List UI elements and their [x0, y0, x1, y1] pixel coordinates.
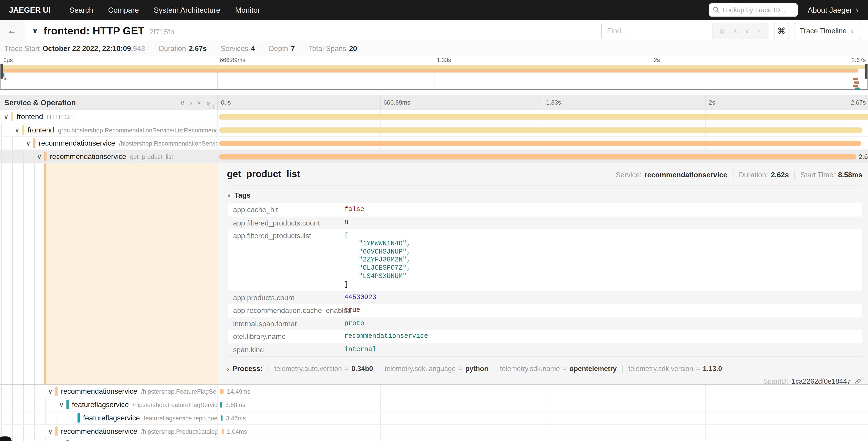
collapse-all-icon[interactable]: » [196, 100, 203, 105]
trace-services: Services 4 [213, 45, 261, 53]
focus-match-icon[interactable]: ◎ [720, 27, 726, 35]
nav-item-monitor[interactable]: Monitor [235, 6, 260, 14]
span-id-value: 1ca2262df0e18447 [792, 378, 851, 384]
minimap-drag-handle-right[interactable] [865, 64, 868, 79]
span-row-featureflagservice-get[interactable]: ∨ featureflagservice /hipstershop.Featur… [0, 398, 868, 412]
chevron-down-icon[interactable]: ∨ [36, 153, 42, 159]
clear-find-icon[interactable]: × [757, 27, 761, 35]
next-match-icon[interactable]: ∨ [745, 27, 750, 35]
span-name-cell[interactable]: ∨ frontend grpc.hipstershop.Recommendati… [0, 124, 217, 136]
detail-name-column-fill [46, 164, 218, 384]
tag-value: false [341, 203, 368, 215]
back-button[interactable]: ← [0, 20, 25, 41]
span-color-accent [56, 427, 58, 436]
column-resizer[interactable]: ❘❘ [207, 104, 216, 109]
trace-header: ← ∨ frontend: HTTP GET 2f715fb ◎ ∧ ∨ × ⌘… [0, 20, 868, 42]
span-row-get-product-list-selected[interactable]: ∨ recommendationservice get_product_list… [0, 150, 868, 164]
trace-id-input[interactable] [722, 6, 794, 14]
span-row-featureflag-parent[interactable]: ∨ recommendationservice /hipstershop.Fea… [0, 385, 868, 398]
deep-link-icon[interactable] [854, 378, 862, 384]
minimap-tick: 666.89ms [220, 57, 245, 63]
span-row-frontend-http-get[interactable]: ∨ frontend HTTP GET [0, 110, 868, 124]
span-timeline-cell[interactable]: 3.68ms [217, 398, 868, 411]
keyboard-shortcuts-button[interactable]: ⌘ [774, 22, 789, 39]
span-duration-label: 3.68ms [225, 402, 245, 408]
span-duration-bar[interactable] [219, 154, 857, 159]
chevron-down-icon[interactable]: ∨ [59, 401, 64, 408]
span-row-featureflagservice-repo-query[interactable]: featureflagservice featureflagservice.re… [0, 412, 868, 425]
chevron-down-icon[interactable]: ∨ [48, 428, 53, 435]
minimap-span-band [853, 85, 858, 87]
span-color-accent [66, 400, 69, 409]
span-timeline-cell[interactable]: 3.47ms [217, 412, 868, 424]
span-timeline-cell[interactable] [217, 124, 868, 136]
span-color-accent [22, 125, 25, 135]
chevron-right-icon[interactable]: › [227, 365, 229, 372]
nav-item-search[interactable]: Search [69, 6, 93, 14]
span-name-cell[interactable]: ∨ frontend HTTP GET [0, 110, 217, 123]
span-name-cell[interactable]: featureflagservice featureflagservice.re… [0, 412, 217, 424]
minimap-span-band [853, 78, 858, 80]
span-row-productcatalog[interactable]: ∨ recommendationservice /hipstershop.Pro… [0, 425, 868, 438]
span-operation: HTTP GET [47, 113, 77, 120]
minimap-axis: 0μs 666.89ms 1.33s 2s 2.67s [0, 56, 868, 64]
chevron-down-icon[interactable]: ∨ [14, 126, 20, 133]
trace-start: Trace Start October 22 2022, 22:10:09.54… [4, 45, 152, 53]
span-name-cell[interactable]: ∨ recommendationservice /hipstershop.Fea… [0, 385, 217, 398]
span-name-cell[interactable]: ∨ recommendationservice /hipstershop.Pro… [0, 425, 217, 437]
expand-one-icon[interactable]: › [190, 99, 192, 106]
span-row-frontend-grpc[interactable]: ∨ frontend grpc.hipstershop.Recommendati… [0, 124, 868, 137]
span-name-cell[interactable] [0, 438, 217, 441]
span-timeline-cell[interactable]: 2.62s [217, 150, 868, 163]
app-logo[interactable]: JAEGER UI [9, 5, 51, 14]
minimap-drag-handle-left[interactable] [0, 64, 3, 79]
span-duration-bar[interactable] [219, 114, 868, 120]
process-toggle[interactable]: Process: [232, 364, 263, 373]
detail-header: get_product_list Service:recommendations… [227, 169, 863, 180]
span-name-cell[interactable]: ∨ recommendationservice get_product_list [0, 150, 217, 163]
chevron-down-icon[interactable]: ∨ [26, 140, 31, 146]
chevron-down-icon[interactable]: ∨ [3, 113, 9, 120]
tag-value: 44530923 [341, 291, 379, 303]
about-jaeger-menu[interactable]: About Jaeger ∨ [808, 6, 859, 14]
span-timeline-cell[interactable]: 14.49ms [217, 385, 868, 398]
chevron-down-icon[interactable]: ∨ [48, 388, 53, 394]
span-row-recommendation-list[interactable]: ∨ recommendationservice /hipstershop.Rec… [0, 137, 868, 150]
tag-key: app.filtered_products.count [227, 216, 341, 229]
span-duration-bar[interactable] [219, 141, 862, 146]
span-duration-bar[interactable] [221, 415, 222, 421]
trace-collapse-chevron-icon[interactable]: ∨ [32, 27, 38, 35]
collapse-one-icon[interactable]: ∨ [180, 99, 185, 106]
detail-indent-guides [0, 164, 44, 384]
trace-title: frontend: HTTP GET [43, 25, 144, 37]
tags-section-title: Tags [235, 191, 251, 200]
span-duration-bar[interactable] [219, 127, 863, 133]
tag-row: app.products.count 44530923 [227, 291, 862, 304]
span-duration-bar[interactable] [220, 402, 222, 408]
span-duration-bar[interactable] [222, 429, 223, 434]
axis-tick: 1.33s [546, 99, 561, 106]
trace-minimap[interactable] [0, 64, 868, 90]
span-color-accent [78, 413, 80, 423]
span-timeline-cell[interactable] [217, 438, 868, 441]
span-operation: featureflagservice.repo.query:fe... [144, 414, 217, 421]
span-timeline-cell[interactable] [217, 137, 868, 149]
tags-section-toggle[interactable]: ∨ Tags [227, 191, 863, 200]
span-duration-bar[interactable] [220, 389, 223, 394]
span-operation: /hipstershop.ProductCatalogSer... [141, 428, 218, 435]
trace-view-selector[interactable]: Trace Timeline ∨ [794, 22, 860, 39]
trace-id-lookup[interactable] [709, 3, 798, 17]
span-timeline-cell[interactable]: 1.04ms [217, 425, 868, 437]
find-input[interactable] [601, 23, 712, 39]
span-timeline-cell[interactable] [217, 110, 868, 123]
tag-value-json-array: [ "1YMWWN1N4O", "66VCHSJNUP", "2ZYFJ3GM2… [341, 229, 414, 291]
nav-item-system-architecture[interactable]: System Architecture [154, 6, 220, 14]
prev-match-icon[interactable]: ∧ [733, 27, 738, 35]
span-name-cell[interactable]: ∨ featureflagservice /hipstershop.Featur… [0, 398, 217, 411]
span-name-cell[interactable]: ∨ recommendationservice /hipstershop.Rec… [0, 137, 217, 149]
span-row-partial[interactable] [0, 438, 868, 441]
span-detail-block: get_product_list Service:recommendations… [0, 164, 868, 385]
process-attr: telemetry.auto.version=0.34b0 [268, 365, 379, 373]
detail-span-title: get_product_list [227, 169, 300, 180]
nav-item-compare[interactable]: Compare [108, 6, 139, 14]
